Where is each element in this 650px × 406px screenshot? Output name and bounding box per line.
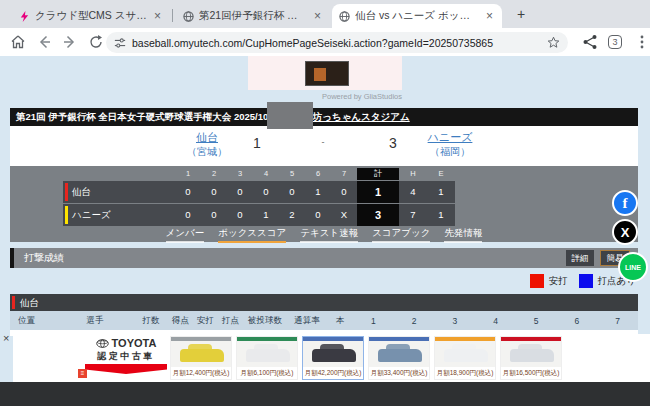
- column-header: 1: [353, 316, 394, 326]
- toyota-sub-label: 認定中古車: [85, 350, 167, 363]
- score-separator: -: [313, 137, 333, 147]
- forward-icon[interactable]: [62, 34, 78, 50]
- car-listing[interactable]: 月額33,400円(税込): [368, 336, 430, 380]
- linescore-header-cell: 5: [279, 168, 305, 180]
- car-photo: [501, 341, 561, 367]
- close-tab-icon[interactable]: ×: [484, 9, 495, 23]
- detail-button[interactable]: 詳細: [566, 250, 594, 266]
- toyota-brand-block[interactable]: TOYOTA 認定中古車 ≡: [85, 337, 167, 374]
- tab-cms[interactable]: クラウド型CMS スサノオ神 ×: [12, 4, 170, 28]
- linescore-cell: 0: [175, 204, 201, 226]
- close-tab-icon[interactable]: ×: [152, 9, 163, 23]
- facebook-share-icon[interactable]: f: [612, 190, 638, 216]
- nav-starters[interactable]: 先発情報: [444, 227, 482, 243]
- car-photo: [237, 341, 297, 367]
- tab-title: 仙台 vs ハニーズ ボックスス: [355, 9, 479, 23]
- menu-dots-icon[interactable]: [634, 34, 650, 50]
- batting-section-bar: 打撃成績 詳細 簡易: [10, 248, 638, 268]
- column-header: 5: [516, 316, 557, 326]
- share-icon[interactable]: [582, 34, 598, 50]
- linescore-header-cell: H: [399, 168, 427, 180]
- column-header: 打点: [218, 315, 243, 327]
- column-header: 位置: [10, 315, 56, 327]
- home-team-link[interactable]: ハニーズ: [405, 130, 495, 145]
- linescore-cell: 0: [175, 181, 201, 203]
- globe-icon: [183, 11, 194, 22]
- car-price: 月額16,500円(税込): [501, 367, 561, 379]
- tab-tournament[interactable]: 第21回伊予銀行杯 全日本女 ×: [176, 4, 330, 28]
- batting-team-name: 仙台: [20, 297, 39, 308]
- linescore-cell: 0: [279, 181, 305, 203]
- video-overlay[interactable]: [267, 102, 313, 129]
- close-tab-icon[interactable]: ×: [312, 9, 323, 23]
- linescore-header-cell: 1: [175, 168, 201, 180]
- column-header: 6: [557, 316, 598, 326]
- bookmark-star-icon[interactable]: [547, 36, 560, 49]
- linescore-home-row: ハニーズ 0 0 0 1 2 0 X 3 7 1: [63, 204, 465, 226]
- car-price: 月額33,400円(税込): [369, 367, 429, 379]
- column-header: 選手: [56, 315, 134, 327]
- globe-icon: [339, 11, 350, 22]
- column-header: 被投球数: [243, 315, 287, 327]
- tab-strip: クラウド型CMS スサノオ神 × 第21回伊予銀行杯 全日本女 × 仙台 vs …: [0, 0, 650, 28]
- line-share-icon[interactable]: LINE: [618, 252, 648, 282]
- car-listing-highlighted[interactable]: 月額42,200円(税込): [302, 336, 364, 380]
- column-header: 打数: [134, 315, 168, 327]
- linescore-hits-cell: 7: [399, 204, 427, 226]
- linescore-errors-cell: 1: [427, 181, 455, 203]
- page-content: Powered by GliaStudios 第21回 伊予銀行杯 全日本女子硬…: [0, 56, 650, 406]
- tab-counter-icon[interactable]: 3: [608, 35, 622, 49]
- site-settings-icon[interactable]: [114, 37, 126, 49]
- car-listing[interactable]: 月額12,400円(税込): [170, 336, 232, 380]
- car-listing[interactable]: 月額16,500円(税込): [500, 336, 562, 380]
- game-title: 第21回 伊予銀行杯 全日本女子硬式野球選手権大会 2025/10/13（月）: [16, 111, 310, 122]
- column-header: 7: [597, 316, 638, 326]
- reload-icon[interactable]: [88, 34, 104, 50]
- linescore-team-name: ハニーズ: [72, 209, 111, 220]
- home-icon[interactable]: [10, 34, 26, 50]
- nav-members[interactable]: メンバー: [166, 227, 205, 243]
- linescore-total-cell: 1: [357, 181, 399, 203]
- car-shape: [378, 349, 422, 362]
- linescore-cell: 0: [227, 204, 253, 226]
- hit-legend-label: 安打: [549, 275, 568, 288]
- away-team-block: 仙台 （宮城）: [162, 130, 252, 159]
- back-icon[interactable]: [36, 34, 52, 50]
- linescore-header-cell: 7: [331, 168, 357, 180]
- ad-menu-chip[interactable]: ≡: [78, 369, 87, 378]
- car-price: 月額6,100円(税込): [237, 367, 297, 379]
- footer-strip: [0, 382, 650, 406]
- x-share-icon[interactable]: X: [612, 219, 638, 245]
- url-text[interactable]: baseball.omyutech.com/CupHomePageSeiseki…: [132, 37, 541, 49]
- url-bar[interactable]: baseball.omyutech.com/CupHomePageSeiseki…: [106, 32, 568, 53]
- nav-scorebook[interactable]: スコアブック: [372, 227, 430, 243]
- tab-boxscore-active[interactable]: 仙台 vs ハニーズ ボックスス ×: [332, 4, 502, 28]
- away-team-link[interactable]: 仙台: [162, 130, 252, 145]
- car-listing[interactable]: 月額6,100円(税込): [236, 336, 298, 380]
- linescore-cell: 0: [201, 204, 227, 226]
- new-tab-button[interactable]: +: [512, 6, 530, 24]
- car-listing[interactable]: 月額18,900円(税込): [434, 336, 496, 380]
- home-score: 3: [383, 135, 403, 151]
- car-shape: [180, 349, 224, 362]
- linescore-cell: 0: [253, 181, 279, 203]
- video-ad-widget[interactable]: [248, 56, 402, 90]
- ad-close-button[interactable]: ×: [3, 332, 9, 344]
- video-thumbnail[interactable]: [305, 61, 349, 86]
- rbi-legend-swatch: [579, 274, 593, 288]
- linescore-header-cell: 2: [201, 168, 227, 180]
- linescore-away-row: 仙台 0 0 0 0 0 1 0 1 4 1: [63, 181, 465, 203]
- toyota-logo-icon: [96, 339, 109, 348]
- linescore-cell: 1: [253, 204, 279, 226]
- linescore-team-cell: 仙台: [63, 181, 175, 203]
- linescore-header-cell: 6: [305, 168, 331, 180]
- linescore-cell: 1: [305, 181, 331, 203]
- car-ad-banner: TOYOTA 認定中古車 ≡ 月額12,400円(税込) 月額6,100円(税込…: [13, 334, 650, 382]
- nav-text-live[interactable]: テキスト速報: [300, 227, 358, 243]
- linescore-header-cell: [63, 168, 175, 180]
- car-photo: [303, 341, 363, 367]
- column-header: 3: [434, 316, 475, 326]
- batting-team-bar: 仙台: [10, 294, 638, 311]
- stadium-link[interactable]: 坊っちゃんスタジアム: [313, 111, 410, 122]
- nav-boxscore[interactable]: ボックススコア: [218, 227, 286, 243]
